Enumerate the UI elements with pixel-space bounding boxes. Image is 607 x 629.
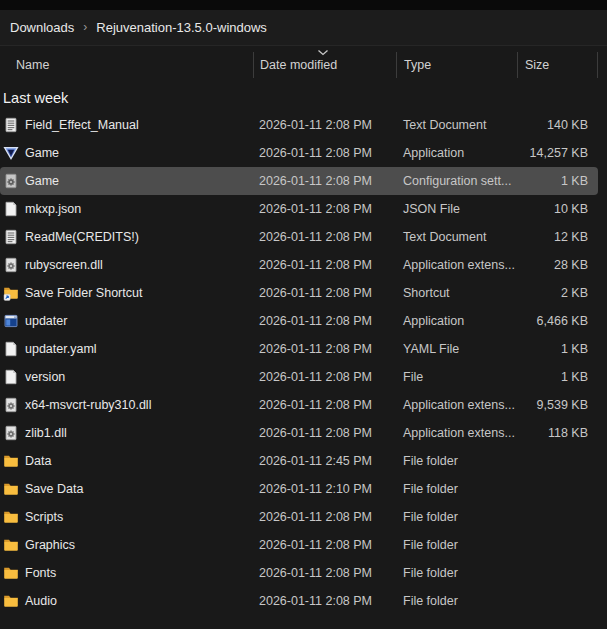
file-row[interactable]: x64-msvcrt-ruby310.dll2026-01-11 2:08 PM… — [0, 391, 598, 419]
file-date-modified: 2026-01-11 2:08 PM — [253, 230, 396, 244]
breadcrumb-item-current-folder[interactable]: Rejuvenation-13.5.0-windows — [96, 20, 267, 35]
file-name: mkxp.json — [25, 202, 81, 216]
file-name-cell[interactable]: rubyscreen.dll — [0, 257, 253, 273]
file-row[interactable]: rubyscreen.dll2026-01-11 2:08 PMApplicat… — [0, 251, 598, 279]
configuration-settings-icon — [3, 173, 19, 189]
file-name-cell[interactable]: Data — [0, 453, 253, 469]
file-row[interactable]: updater2026-01-11 2:08 PMApplication6,46… — [0, 307, 598, 335]
file-name-cell[interactable]: Save Folder Shortcut — [0, 285, 253, 301]
file-type: JSON File — [396, 202, 517, 216]
application-extension-icon — [3, 397, 19, 413]
file-name-cell[interactable]: zlib1.dll — [0, 425, 253, 441]
sort-descending-icon — [317, 49, 329, 56]
file-date-modified: 2026-01-11 2:08 PM — [253, 258, 396, 272]
column-headers: Name Date modified Type Size — [0, 46, 598, 84]
column-header-type[interactable]: Type — [396, 52, 517, 78]
breadcrumb-chevron-icon: › — [83, 20, 87, 34]
file-type: Shortcut — [396, 286, 517, 300]
file-name-cell[interactable]: ReadMe(CREDITS!) — [0, 229, 253, 245]
file-generic-icon — [3, 201, 19, 217]
file-name-cell[interactable]: version — [0, 369, 253, 385]
folder-icon — [3, 565, 19, 581]
file-row[interactable]: version2026-01-11 2:08 PMFile1 KB — [0, 363, 598, 391]
file-name-cell[interactable]: Graphics — [0, 537, 253, 553]
file-date-modified: 2026-01-11 2:08 PM — [253, 118, 396, 132]
file-name-cell[interactable]: Fonts — [0, 565, 253, 581]
file-name-cell[interactable]: Game — [0, 145, 253, 161]
folder-icon — [3, 481, 19, 497]
file-name: Graphics — [25, 538, 75, 552]
column-header-size[interactable]: Size — [517, 52, 598, 78]
file-type: File folder — [396, 594, 517, 608]
file-name: Data — [25, 454, 51, 468]
file-generic-icon — [3, 341, 19, 357]
file-row[interactable]: Data2026-01-11 2:45 PMFile folder — [0, 447, 598, 475]
file-type: File folder — [396, 566, 517, 580]
file-row[interactable]: updater.yaml2026-01-11 2:08 PMYAML File1… — [0, 335, 598, 363]
file-name: Field_Effect_Manual — [25, 118, 139, 132]
column-header-name-label: Name — [16, 58, 49, 72]
file-size: 1 KB — [517, 342, 598, 356]
file-name-cell[interactable]: Field_Effect_Manual — [0, 117, 253, 133]
file-date-modified: 2026-01-11 2:08 PM — [253, 370, 396, 384]
file-name: Game — [25, 146, 59, 160]
file-type: YAML File — [396, 342, 517, 356]
text-document-icon — [3, 117, 19, 133]
file-type: Text Document — [396, 118, 517, 132]
file-name-cell[interactable]: x64-msvcrt-ruby310.dll — [0, 397, 253, 413]
file-type: File — [396, 370, 517, 384]
file-date-modified: 2026-01-11 2:08 PM — [253, 314, 396, 328]
file-row[interactable]: mkxp.json2026-01-11 2:08 PMJSON File10 K… — [0, 195, 598, 223]
file-row[interactable]: Fonts2026-01-11 2:08 PMFile folder — [0, 559, 598, 587]
file-size: 28 KB — [517, 258, 598, 272]
file-type: Application extens... — [396, 398, 517, 412]
application-extension-icon — [3, 425, 19, 441]
file-date-modified: 2026-01-11 2:08 PM — [253, 426, 396, 440]
file-date-modified: 2026-01-11 2:08 PM — [253, 538, 396, 552]
file-size: 1 KB — [517, 370, 598, 384]
file-size: 2 KB — [517, 286, 598, 300]
file-name-cell[interactable]: updater.yaml — [0, 341, 253, 357]
file-date-modified: 2026-01-11 2:08 PM — [253, 398, 396, 412]
file-name-cell[interactable]: mkxp.json — [0, 201, 253, 217]
file-row[interactable]: Graphics2026-01-11 2:08 PMFile folder — [0, 531, 598, 559]
column-header-name[interactable]: Name — [0, 52, 253, 78]
titlebar-strip — [0, 0, 607, 10]
file-name: updater — [25, 314, 67, 328]
file-row[interactable]: zlib1.dll2026-01-11 2:08 PMApplication e… — [0, 419, 598, 447]
text-document-icon — [3, 229, 19, 245]
file-row[interactable]: Game2026-01-11 2:08 PMApplication14,257 … — [0, 139, 598, 167]
file-type: Configuration sett... — [396, 174, 517, 188]
file-name-cell[interactable]: Game — [0, 173, 253, 189]
file-name: ReadMe(CREDITS!) — [25, 230, 139, 244]
file-date-modified: 2026-01-11 2:45 PM — [253, 454, 396, 468]
application-window-icon — [3, 313, 19, 329]
file-size: 6,466 KB — [517, 314, 598, 328]
column-header-date-label: Date modified — [260, 58, 337, 72]
file-name-cell[interactable]: Save Data — [0, 481, 253, 497]
file-size: 12 KB — [517, 230, 598, 244]
file-row[interactable]: Field_Effect_Manual2026-01-11 2:08 PMTex… — [0, 111, 598, 139]
file-name: Game — [25, 174, 59, 188]
file-date-modified: 2026-01-11 2:08 PM — [253, 146, 396, 160]
file-row[interactable]: Game2026-01-11 2:08 PMConfiguration sett… — [0, 167, 598, 195]
file-name-cell[interactable]: Scripts — [0, 509, 253, 525]
file-date-modified: 2026-01-11 2:08 PM — [253, 566, 396, 580]
file-row[interactable]: Save Data2026-01-11 2:10 PMFile folder — [0, 475, 598, 503]
file-row[interactable]: ReadMe(CREDITS!)2026-01-11 2:08 PMText D… — [0, 223, 598, 251]
file-date-modified: 2026-01-11 2:08 PM — [253, 174, 396, 188]
file-name-cell[interactable]: updater — [0, 313, 253, 329]
group-header-last-week[interactable]: Last week — [0, 84, 607, 111]
file-name: x64-msvcrt-ruby310.dll — [25, 398, 151, 412]
file-size: 9,539 KB — [517, 398, 598, 412]
breadcrumb-item-downloads[interactable]: Downloads — [10, 20, 74, 35]
file-row[interactable]: Audio2026-01-11 2:08 PMFile folder — [0, 587, 598, 615]
file-row[interactable]: Scripts2026-01-11 2:08 PMFile folder — [0, 503, 598, 531]
file-size: 14,257 KB — [517, 146, 598, 160]
file-size: 10 KB — [517, 202, 598, 216]
file-row[interactable]: Save Folder Shortcut2026-01-11 2:08 PMSh… — [0, 279, 598, 307]
file-name-cell[interactable]: Audio — [0, 593, 253, 609]
file-name: rubyscreen.dll — [25, 258, 103, 272]
folder-icon — [3, 509, 19, 525]
file-name: Scripts — [25, 510, 63, 524]
